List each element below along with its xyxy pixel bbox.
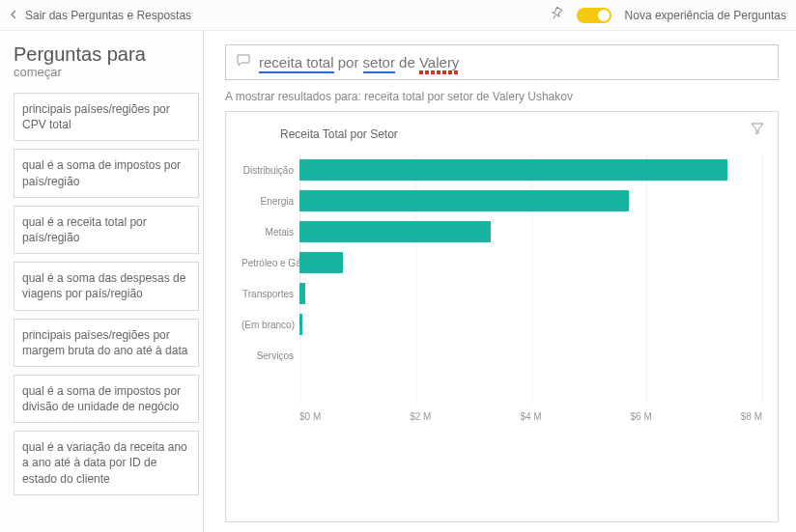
bar-row: Energia [299,185,762,216]
query-token: receita total [259,54,334,73]
query-token: por [338,54,359,71]
chevron-left-icon [10,9,19,22]
bar-label: Distribuição [242,165,299,176]
exit-qna-button[interactable]: Sair das Perguntas e Respostas [10,9,191,22]
suggested-question[interactable]: qual é a soma de impostos por país/regiã… [14,149,199,197]
bar-label: (Em branco) [242,320,299,330]
x-tick: $8 M [741,411,762,422]
suggested-question[interactable]: qual é a soma de impostos por divisão de… [14,375,199,423]
bar-row: Distribuição [299,154,762,185]
suggested-question[interactable]: principais países/regiões por margem bru… [14,319,199,367]
exit-qna-label: Sair das Perguntas e Respostas [25,9,191,22]
query-text: receita total por setor de Valery [259,54,459,70]
topbar: Sair das Perguntas e Respostas Nova expe… [0,0,796,31]
bar-label: Metais [242,227,299,238]
query-token: Valery [419,54,459,73]
x-tick: $6 M [631,411,652,422]
divider [203,31,204,532]
bar-row: Transportes [299,278,762,309]
bar-fill[interactable] [299,252,343,273]
x-tick: $2 M [410,411,431,422]
pin-icon[interactable] [550,7,563,23]
suggested-question[interactable]: qual é a receita total por país/região [14,206,199,254]
main-panel: receita total por setor de Valery A most… [208,31,796,532]
bar-label: Serviços [242,350,299,361]
x-tick: $0 M [299,411,321,422]
new-experience-toggle[interactable] [577,8,611,23]
suggested-question[interactable]: qual é a soma das despesas de viagens po… [14,262,199,310]
chart-container: Receita Total por Setor DistribuiçãoEner… [225,111,779,522]
sidebar-subtitle: começar [14,65,199,79]
x-tick: $4 M [520,411,541,422]
questions-sidebar: Perguntas para começar principais países… [0,31,203,532]
suggested-question[interactable]: principais países/regiões por CPV total [14,93,199,141]
bar-row: Metais [299,216,762,247]
chart-title: Receita Total por Setor [280,127,762,141]
filter-icon[interactable] [751,122,764,138]
bar-fill[interactable] [299,221,491,242]
bar-row: Serviços [299,340,762,371]
bar-fill[interactable] [299,314,302,335]
x-axis: $0 M$2 M$4 M$6 M$8 M [299,411,762,422]
suggested-question[interactable]: qual é a variação da receita ano a ano a… [14,431,199,495]
new-experience-label: Nova experiência de Perguntas [625,9,786,22]
bar-fill[interactable] [299,283,305,304]
query-input[interactable]: receita total por setor de Valery [225,44,779,80]
bar-fill[interactable] [299,190,629,211]
bar-label: Transportes [242,289,299,299]
showing-results-text: A mostrar resultados para: receita total… [225,90,779,103]
chat-icon [236,53,251,71]
sidebar-title: Perguntas para [14,44,199,65]
bar-row: Petróleo e Gás [299,247,762,278]
bar-label: Energia [242,196,299,207]
bar-fill[interactable] [299,159,727,181]
query-token: de [399,54,415,71]
query-token: setor [363,54,395,73]
bar-label: Petróleo e Gás [242,258,299,268]
bar-row: (Em branco) [299,309,762,340]
